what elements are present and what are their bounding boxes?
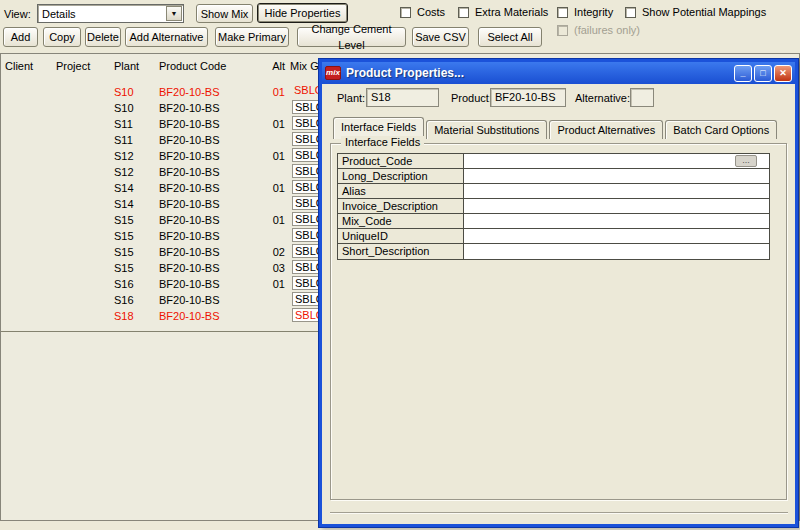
- checkbox-icon[interactable]: [458, 7, 469, 18]
- table-row[interactable]: S10 BF20-10-BS SBLO: [5, 100, 330, 116]
- cell-product-code: BF20-10-BS: [159, 150, 261, 162]
- tab-product-alternatives[interactable]: Product Alternatives: [549, 120, 663, 139]
- add-button[interactable]: Add: [3, 27, 38, 47]
- cell-product-code: BF20-10-BS: [159, 182, 261, 194]
- product-properties-dialog: mix Product Properties... _ □ ✕ Plant: S…: [319, 59, 798, 527]
- cell-alt: 01: [261, 150, 287, 162]
- cell-product-code: BF20-10-BS: [159, 246, 261, 258]
- maximize-icon[interactable]: □: [754, 65, 772, 82]
- cell-alt: 01: [261, 214, 287, 226]
- alternative-field[interactable]: [630, 88, 654, 107]
- field-name-cell: Product_Code: [338, 154, 464, 168]
- table-row[interactable]: S15 BF20-10-BS 01 SBLO: [5, 212, 330, 228]
- cell-product-code: BF20-10-BS: [159, 294, 261, 306]
- table-row[interactable]: S14 BF20-10-BS SBLO: [5, 196, 330, 212]
- column-header-product-code: Product Code: [159, 60, 261, 72]
- field-name-cell: Alias: [338, 184, 464, 198]
- checkbox-icon[interactable]: [625, 7, 636, 18]
- table-row[interactable]: S16 BF20-10-BS 01 SBLO: [5, 276, 330, 292]
- dialog-title: Product Properties...: [346, 66, 732, 80]
- product-field[interactable]: BF20-10-BS: [490, 88, 566, 107]
- save-csv-button[interactable]: Save CSV: [412, 27, 469, 47]
- checkbox-costs-label: Costs: [417, 6, 445, 18]
- cell-product-code: BF20-10-BS: [159, 310, 261, 322]
- field-row: Alias: [338, 184, 769, 199]
- table-row[interactable]: S10 BF20-10-BS 01 SBLO: [5, 84, 330, 100]
- cell-plant: S14: [114, 198, 159, 210]
- table-row[interactable]: S15 BF20-10-BS 02 SBLO: [5, 244, 330, 260]
- tab-material-substitutions[interactable]: Material Substitutions: [426, 120, 547, 139]
- table-row[interactable]: S11 BF20-10-BS SBLO: [5, 132, 330, 148]
- cell-product-code: BF20-10-BS: [159, 86, 261, 98]
- ellipsis-button[interactable]: ...: [735, 155, 757, 167]
- table-row[interactable]: S15 BF20-10-BS 03 SBLO: [5, 260, 330, 276]
- field-value-cell[interactable]: [464, 184, 769, 198]
- cell-plant: S18: [114, 310, 159, 322]
- field-row: Mix_Code: [338, 214, 769, 229]
- hide-properties-button[interactable]: Hide Properties: [257, 3, 348, 23]
- table-row[interactable]: S18 BF20-10-BS SBLO: [5, 308, 330, 324]
- cell-plant: S15: [114, 214, 159, 226]
- change-cement-level-button[interactable]: Change Cement Level: [297, 27, 406, 47]
- checkbox-integrity[interactable]: Integrity: [557, 6, 613, 18]
- field-value-cell[interactable]: [464, 169, 769, 183]
- chevron-down-icon[interactable]: ▼: [166, 6, 182, 21]
- add-alternative-button[interactable]: Add Alternative: [125, 27, 208, 47]
- field-row: UniqueID: [338, 229, 769, 244]
- table-row[interactable]: S14 BF20-10-BS 01 SBLO: [5, 180, 330, 196]
- checkbox-failures-only-label: (failures only): [574, 24, 640, 36]
- cell-alt: 01: [261, 86, 287, 98]
- cell-product-code: BF20-10-BS: [159, 278, 261, 290]
- table-row[interactable]: S16 BF20-10-BS SBLO: [5, 292, 330, 308]
- table-row[interactable]: S11 BF20-10-BS 01 SBLO: [5, 116, 330, 132]
- select-all-button[interactable]: Select All: [478, 27, 542, 47]
- cell-plant: S16: [114, 278, 159, 290]
- field-name-cell: Mix_Code: [338, 214, 464, 228]
- interface-fields-groupbox: Interface Fields Product_Code ... Long_D…: [330, 143, 787, 500]
- column-header-alt: Alt: [261, 60, 287, 72]
- tab-batch-card-options[interactable]: Batch Card Options: [665, 120, 777, 139]
- dialog-titlebar[interactable]: mix Product Properties... _ □ ✕: [322, 62, 795, 84]
- checkbox-icon-disabled: [557, 25, 568, 36]
- interface-fields-table: Product_Code ... Long_Description Alias …: [337, 153, 770, 260]
- plant-label: Plant:: [337, 92, 365, 104]
- view-label: View:: [4, 8, 31, 20]
- cell-product-code: BF20-10-BS: [159, 262, 261, 274]
- make-primary-button[interactable]: Make Primary: [215, 27, 289, 47]
- cell-plant: S15: [114, 230, 159, 242]
- field-value-cell[interactable]: [464, 229, 769, 243]
- cell-plant: S10: [114, 86, 159, 98]
- checkbox-icon[interactable]: [557, 7, 568, 18]
- delete-button[interactable]: Delete: [85, 27, 121, 47]
- cell-plant: S10: [114, 102, 159, 114]
- cell-alt: 01: [261, 118, 287, 130]
- table-row[interactable]: S12 BF20-10-BS 01 SBLO: [5, 148, 330, 164]
- checkbox-failures-only: (failures only): [557, 24, 640, 36]
- column-header-plant: Plant: [114, 60, 159, 72]
- field-value-cell[interactable]: ...: [464, 154, 769, 168]
- cell-product-code: BF20-10-BS: [159, 198, 261, 210]
- checkbox-costs[interactable]: Costs: [400, 6, 445, 18]
- view-dropdown[interactable]: Details ▼: [37, 4, 184, 23]
- plant-field[interactable]: S18: [366, 88, 439, 107]
- dialog-bottom-divider: [330, 512, 788, 514]
- mix-app-icon: mix: [325, 66, 341, 80]
- field-name-cell: Invoice_Description: [338, 199, 464, 213]
- field-row: Product_Code ...: [338, 154, 769, 169]
- checkbox-icon[interactable]: [400, 7, 411, 18]
- table-row[interactable]: S15 BF20-10-BS SBLO: [5, 228, 330, 244]
- close-icon[interactable]: ✕: [774, 65, 792, 82]
- field-value-cell[interactable]: [464, 214, 769, 228]
- show-mix-button[interactable]: Show Mix: [196, 4, 253, 23]
- table-row[interactable]: S12 BF20-10-BS SBLO: [5, 164, 330, 180]
- cell-product-code: BF20-10-BS: [159, 166, 261, 178]
- checkbox-extra-materials[interactable]: Extra Materials: [458, 6, 548, 18]
- cell-product-code: BF20-10-BS: [159, 118, 261, 130]
- cell-alt: 01: [261, 182, 287, 194]
- checkbox-show-potential-mappings[interactable]: Show Potential Mappings: [625, 6, 766, 18]
- copy-button[interactable]: Copy: [43, 27, 81, 47]
- cell-product-code: BF20-10-BS: [159, 214, 261, 226]
- field-value-cell[interactable]: [464, 199, 769, 213]
- minimize-icon[interactable]: _: [734, 65, 752, 82]
- field-value-cell[interactable]: [464, 244, 769, 259]
